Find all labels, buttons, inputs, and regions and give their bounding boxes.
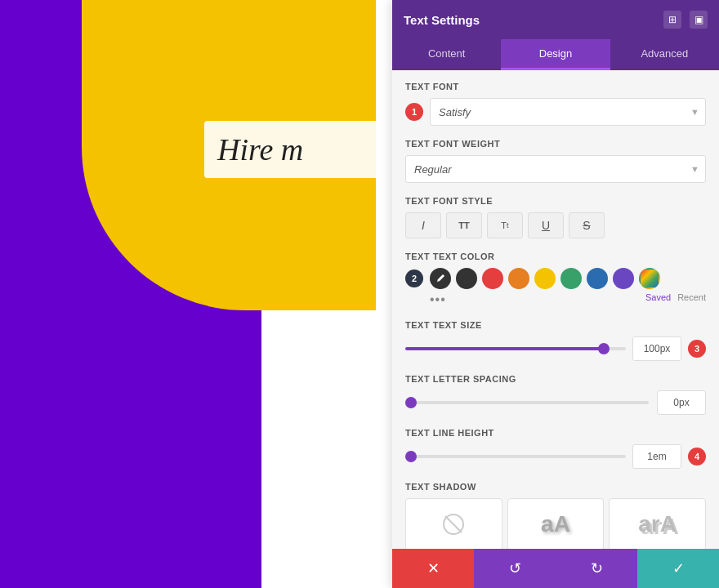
settings-panel: Text Settings ⊞ ▣ Content Design Advance… <box>392 0 719 588</box>
color-swatch-purple[interactable] <box>613 268 634 289</box>
no-shadow-icon <box>442 513 465 536</box>
text-size-label: Text Text Size <box>405 320 706 330</box>
color-swatch-black[interactable] <box>456 268 477 289</box>
undo-icon: ↺ <box>509 559 521 577</box>
tab-content[interactable]: Content <box>392 39 501 70</box>
color-swatch-multi[interactable] <box>639 268 660 289</box>
text-font-select[interactable]: Satisfy Arial Georgia <box>430 98 706 126</box>
redo-icon: ↻ <box>591 559 603 577</box>
shadow-none-cell[interactable] <box>405 498 502 549</box>
text-size-value: 100px <box>632 336 681 361</box>
color-swatches-row <box>430 268 660 289</box>
shadow-preview-1: aA <box>541 511 570 537</box>
line-height-label: Text Line Height <box>405 428 706 438</box>
settings-layout-icon[interactable]: ▣ <box>690 11 708 29</box>
section-text-font: Text Font 1 Satisfy Arial Georgia ▼ <box>405 82 706 126</box>
font-weight-select-wrapper: Regular Bold Light ▼ <box>405 155 706 183</box>
shadow-cell-1[interactable]: aA <box>507 498 605 549</box>
canvas-area: Hire m <box>0 0 376 588</box>
letter-spacing-value: 0px <box>657 390 706 415</box>
color-swatch-red[interactable] <box>482 268 503 289</box>
shadow-preview-2: arA <box>638 511 677 537</box>
text-shadow-label: Text Shadow <box>405 482 706 492</box>
panel-header: Text Settings ⊞ ▣ <box>392 0 719 39</box>
color-more-dots[interactable]: ••• <box>430 292 446 307</box>
section-line-height: Text Line Height 1em 4 <box>405 428 706 469</box>
font-weight-label: Text Font Weight <box>405 139 706 149</box>
section-text-size: Text Text Size 100px 3 <box>405 320 706 361</box>
letter-spacing-track[interactable] <box>405 401 649 404</box>
line-height-row: 1em 4 <box>405 444 706 469</box>
font-style-buttons: I TT Tt U S <box>405 212 706 238</box>
font-weight-select[interactable]: Regular Bold Light <box>405 155 706 183</box>
color-picker-btn[interactable] <box>430 268 451 289</box>
text-size-fill <box>405 347 604 350</box>
color-swatch-blue[interactable] <box>587 268 608 289</box>
redo-button[interactable]: ↻ <box>556 549 637 588</box>
text-size-thumb[interactable] <box>598 343 610 354</box>
section-font-weight: Text Font Weight Regular Bold Light ▼ <box>405 139 706 183</box>
letter-spacing-row: 0px <box>405 390 706 415</box>
line-height-value: 1em <box>632 444 681 469</box>
panel-header-icons: ⊞ ▣ <box>663 11 708 29</box>
save-icon: ✓ <box>672 559 685 577</box>
section-text-shadow: Text Shadow aA arA aA aA arA <box>405 482 706 549</box>
panel-footer: ✕ ↺ ↻ ✓ <box>392 549 719 588</box>
badge-2: 2 <box>405 270 423 287</box>
canvas-text-box: Hire m <box>204 121 376 178</box>
letter-spacing-thumb[interactable] <box>405 397 417 408</box>
line-height-thumb[interactable] <box>405 451 417 462</box>
text-size-row: 100px 3 <box>405 336 706 361</box>
panel-tabs: Content Design Advanced <box>392 39 719 70</box>
text-font-select-wrapper: Satisfy Arial Georgia ▼ <box>430 98 706 126</box>
style-capitalize-btn[interactable]: Tt <box>487 212 523 238</box>
cancel-button[interactable]: ✕ <box>392 549 474 588</box>
settings-grid-icon[interactable]: ⊞ <box>663 11 681 29</box>
shadow-cell-2[interactable]: arA <box>609 498 706 549</box>
style-uppercase-btn[interactable]: TT <box>446 212 482 238</box>
line-height-track[interactable] <box>405 455 626 458</box>
letter-spacing-label: Text Letter Spacing <box>405 374 706 384</box>
badge-3: 3 <box>688 340 706 358</box>
canvas-hire-text: Hire m <box>217 131 303 167</box>
panel-body: Text Font 1 Satisfy Arial Georgia ▼ Text… <box>392 70 719 549</box>
text-color-label: Text Text Color <box>405 252 706 261</box>
text-font-label: Text Font <box>405 82 706 91</box>
color-swatch-orange[interactable] <box>508 268 529 289</box>
text-color-row: 2 <box>405 268 706 289</box>
color-swatch-yellow[interactable] <box>534 268 556 289</box>
badge-1: 1 <box>405 103 423 121</box>
color-tags-row: ••• Saved Recent <box>405 292 706 307</box>
color-swatch-green[interactable] <box>560 268 582 289</box>
style-italic-btn[interactable]: I <box>405 212 441 238</box>
badge-4: 4 <box>688 448 706 466</box>
section-font-style: Text Font Style I TT Tt U S <box>405 196 706 238</box>
cancel-icon: ✕ <box>427 559 440 577</box>
undo-button[interactable]: ↺ <box>474 549 556 588</box>
section-text-color: Text Text Color 2 ••• <box>405 252 706 307</box>
section-letter-spacing: Text Letter Spacing 0px <box>405 374 706 415</box>
shadow-grid: aA arA aA aA arA <box>405 498 706 549</box>
svg-line-1 <box>445 516 462 532</box>
save-button[interactable]: ✓ <box>637 549 719 588</box>
font-style-label: Text Font Style <box>405 196 706 206</box>
text-size-track[interactable] <box>405 347 626 350</box>
tab-advanced[interactable]: Advanced <box>610 39 719 70</box>
saved-label: Saved <box>645 292 671 307</box>
style-underline-btn[interactable]: U <box>528 212 564 238</box>
style-strikethrough-btn[interactable]: S <box>569 212 605 238</box>
text-font-row: 1 Satisfy Arial Georgia ▼ <box>405 98 706 126</box>
tab-design[interactable]: Design <box>501 39 610 70</box>
panel-title: Text Settings <box>404 13 480 27</box>
recent-label: Recent <box>677 292 706 307</box>
